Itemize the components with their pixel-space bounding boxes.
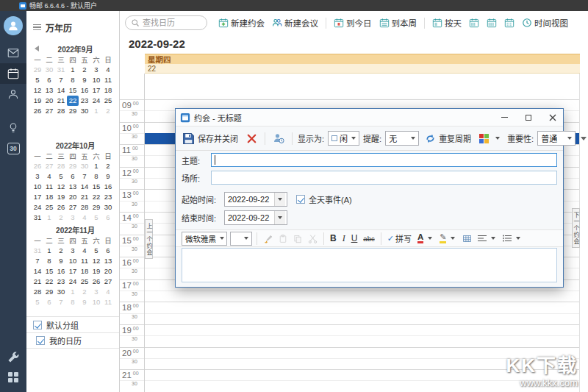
day-cell[interactable]: 26 <box>55 202 67 213</box>
day-cell[interactable]: 28 <box>55 161 67 171</box>
day-cell[interactable]: 7 <box>79 171 90 182</box>
day-cell[interactable]: 9 <box>102 171 114 182</box>
day-cell[interactable]: 17 <box>67 266 79 277</box>
day-cell[interactable]: 23 <box>79 96 90 106</box>
day-cell[interactable]: 27 <box>43 161 55 171</box>
toolbar-button-time-view[interactable]: 时间视图 <box>518 15 572 30</box>
day-cell[interactable]: 25 <box>79 277 90 287</box>
day-cell[interactable]: 19 <box>90 266 102 277</box>
day-cell[interactable]: 6 <box>67 171 79 182</box>
time-slot[interactable] <box>145 380 579 391</box>
day-cell[interactable]: 15 <box>43 266 55 277</box>
day-cell[interactable]: 22 <box>67 96 79 106</box>
subject-input[interactable] <box>211 153 557 167</box>
toolbar-button-view-month[interactable] <box>501 16 518 29</box>
day-cell[interactable]: 30 <box>43 65 55 75</box>
day-cell[interactable]: 5 <box>90 246 102 256</box>
day-cell[interactable]: 23 <box>102 192 114 202</box>
day-cell[interactable]: 11 <box>43 182 55 192</box>
day-cell[interactable]: 21 <box>55 96 67 106</box>
day-cell[interactable]: 29 <box>67 161 79 171</box>
day-cell[interactable]: 22 <box>43 277 55 287</box>
all-day-checkbox[interactable] <box>296 195 305 204</box>
day-cell[interactable]: 9 <box>55 256 67 266</box>
day-cell[interactable]: 5 <box>90 213 102 223</box>
strikethrough-button[interactable]: abc <box>362 234 376 243</box>
day-cell[interactable]: 9 <box>79 297 90 307</box>
end-date-select[interactable]: 2022-09-22 <box>224 210 287 225</box>
settings-wrench-icon[interactable] <box>0 346 26 367</box>
previous-appointment-tab[interactable]: 上一个约会 <box>145 219 153 259</box>
save-close-button[interactable]: 保存并关闭 <box>180 131 240 146</box>
day-cell[interactable]: 3 <box>90 287 102 297</box>
day-cell[interactable]: 31 <box>32 213 43 223</box>
day-cell[interactable]: 28 <box>79 202 90 213</box>
day-cell[interactable]: 24 <box>90 96 102 106</box>
font-size-select[interactable] <box>230 232 252 246</box>
day-cell[interactable]: 6 <box>43 75 55 85</box>
day-cell[interactable]: 4 <box>102 65 114 75</box>
day-cell[interactable]: 11 <box>102 75 114 85</box>
day-cell[interactable]: 3 <box>90 65 102 75</box>
day-cell[interactable]: 14 <box>55 85 67 96</box>
day-cell[interactable]: 15 <box>90 182 102 192</box>
day-cell[interactable]: 4 <box>79 213 90 223</box>
day-cell[interactable]: 1 <box>67 287 79 297</box>
delete-button[interactable] <box>244 132 259 146</box>
day-cell[interactable]: 3 <box>67 213 79 223</box>
day-cell[interactable]: 17 <box>90 85 102 96</box>
day-cell[interactable]: 21 <box>32 277 43 287</box>
importance-select[interactable]: 普通 <box>537 131 576 146</box>
day-cell[interactable]: 28 <box>32 287 43 297</box>
day-cell[interactable]: 5 <box>32 297 43 307</box>
mail-nav-icon[interactable] <box>0 43 26 63</box>
categorize-button[interactable] <box>477 132 503 145</box>
font-name-select[interactable]: 微软雅黑 <box>182 232 227 246</box>
day-cell[interactable]: 12 <box>32 85 43 96</box>
bold-button[interactable]: B <box>329 232 338 244</box>
day-cell[interactable]: 2 <box>102 106 114 116</box>
ideas-nav-icon[interactable] <box>0 118 26 138</box>
day-cell[interactable]: 9 <box>79 75 90 85</box>
apps-grid-icon[interactable] <box>0 367 26 388</box>
day-cell[interactable]: 1 <box>43 246 55 256</box>
day-cell[interactable]: 17 <box>32 192 43 202</box>
day-cell[interactable]: 10 <box>32 182 43 192</box>
italic-button[interactable]: I <box>341 232 347 245</box>
day-cell[interactable]: 26 <box>32 161 43 171</box>
align-button[interactable] <box>476 234 498 243</box>
day-cell[interactable]: 27 <box>67 202 79 213</box>
day-cell[interactable]: 12 <box>55 182 67 192</box>
toolbar-button-view-workweek[interactable] <box>465 16 483 29</box>
day-cell[interactable]: 8 <box>67 75 79 85</box>
day-cell[interactable]: 30 <box>79 161 90 171</box>
day-cell[interactable]: 5 <box>55 171 67 182</box>
day-cell[interactable]: 16 <box>79 85 90 96</box>
cut-button[interactable] <box>306 233 319 244</box>
day-cell[interactable]: 25 <box>102 96 114 106</box>
day-cell[interactable]: 11 <box>79 256 90 266</box>
day-cell[interactable]: 13 <box>102 256 114 266</box>
location-input[interactable] <box>211 171 557 185</box>
day-cell[interactable]: 20 <box>67 192 79 202</box>
day-cell[interactable]: 4 <box>43 171 55 182</box>
time-slot[interactable] <box>145 347 579 358</box>
day-cell[interactable]: 29 <box>43 287 55 297</box>
day-cell[interactable]: 6 <box>43 297 55 307</box>
day-cell[interactable]: 4 <box>79 246 90 256</box>
minimize-button[interactable] <box>494 110 514 126</box>
day-cell[interactable]: 3 <box>67 246 79 256</box>
invite-attendees-button[interactable] <box>270 131 287 146</box>
time-slot[interactable] <box>145 358 579 369</box>
day-cell[interactable]: 2 <box>55 213 67 223</box>
day-cell[interactable]: 15 <box>67 85 79 96</box>
day-cell[interactable]: 8 <box>43 256 55 266</box>
day-cell[interactable]: 6 <box>102 246 114 256</box>
all-day-checkbox-row[interactable]: 全天事件(A) <box>296 193 352 205</box>
time-slot[interactable] <box>145 324 579 335</box>
panel-menu-icon[interactable] <box>33 24 41 31</box>
time-slot[interactable] <box>145 291 579 302</box>
time-slot[interactable] <box>145 302 579 313</box>
day-cell[interactable]: 29 <box>90 202 102 213</box>
day-cell[interactable]: 8 <box>67 297 79 307</box>
